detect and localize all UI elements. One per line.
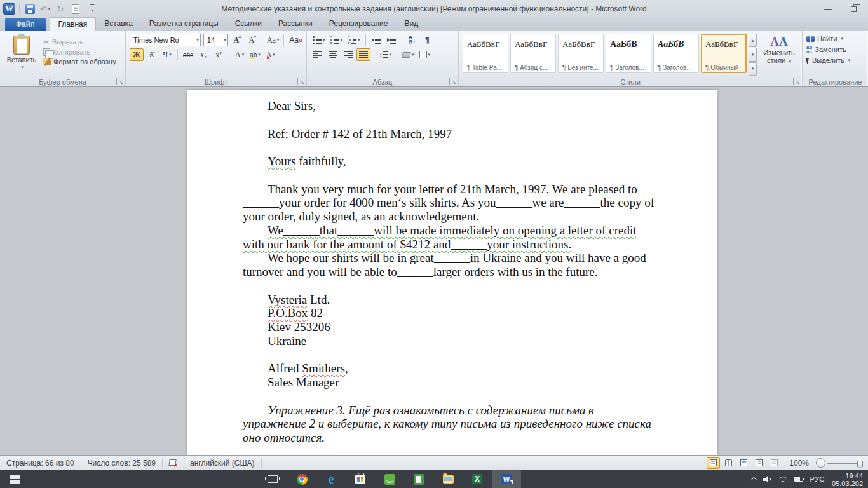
tab-insert[interactable]: Вставка [96, 17, 141, 31]
download-manager-taskbar-button[interactable] [375, 470, 404, 488]
word-taskbar-button[interactable]: W [492, 470, 521, 488]
show-hidden-icons-button[interactable] [750, 477, 757, 484]
tab-mailings[interactable]: Рассылки [270, 17, 321, 31]
store-taskbar-button[interactable] [346, 470, 375, 488]
text-effects-button[interactable]: А▾ [233, 48, 247, 61]
word-logo-icon[interactable]: W [3, 3, 15, 15]
document-page[interactable]: Dear Sirs, Ref: Order # 142 of 21th Marc… [187, 90, 717, 455]
tab-review[interactable]: Рецензирование [321, 17, 397, 31]
clipboard-dialog-launcher[interactable]: ↘ [116, 78, 123, 85]
scroll-up-icon[interactable]: ▲ [749, 34, 757, 47]
show-paragraph-marks-button[interactable]: ¶ [421, 34, 435, 46]
undo-button[interactable]: ↶▾ [39, 3, 51, 15]
align-left-button[interactable] [311, 48, 325, 61]
chrome-taskbar-button[interactable] [287, 470, 316, 488]
draft-view-button[interactable] [768, 458, 781, 469]
customize-qat-button[interactable]: ▔▾ [90, 6, 94, 12]
grow-font-button[interactable]: А▲ [229, 34, 243, 46]
decrease-indent-button[interactable] [369, 34, 383, 46]
change-case-button[interactable]: Аа▾ [266, 34, 281, 46]
font-dialog-launcher[interactable]: ↘ [297, 78, 304, 85]
underline-button[interactable]: Ч▾ [160, 48, 174, 61]
styles-dialog-launcher[interactable]: ↘ [793, 78, 800, 85]
style-item-1[interactable]: АаБбВвГ¶ Абзац с... [510, 34, 556, 73]
file-explorer-taskbar-button[interactable] [433, 470, 463, 488]
restore-button[interactable] [845, 3, 862, 15]
bullets-button[interactable]: ▾ [311, 34, 327, 46]
change-styles-button[interactable]: АА Изменить стили ▾ [759, 34, 799, 76]
print-layout-view-button[interactable] [707, 458, 720, 469]
styles-gallery-scroll[interactable]: ▲ ▼ ▼ [749, 34, 757, 76]
font-color-button[interactable]: А▾ [264, 48, 278, 61]
scroll-down-icon[interactable]: ▼ [749, 48, 757, 61]
numbering-button[interactable]: ▾ [329, 34, 345, 46]
divider [86, 4, 86, 14]
style-item-5[interactable]: АаБбВвГ¶ Обычный [701, 34, 747, 73]
shading-button[interactable]: ▾ [400, 48, 416, 61]
web-layout-view-button[interactable] [737, 458, 750, 469]
replace-button[interactable]: abac Заменить [806, 45, 865, 54]
task-view-button[interactable] [258, 470, 287, 488]
align-center-button[interactable] [326, 48, 340, 61]
paragraph-dialog-launcher[interactable]: ↘ [449, 78, 456, 85]
multilevel-list-button[interactable]: ▾ [346, 34, 362, 46]
find-button[interactable]: Найти▾ [806, 35, 865, 43]
tab-page-layout[interactable]: Разметка страницы [141, 17, 227, 31]
bold-button[interactable]: Ж [130, 48, 144, 61]
clear-formatting-button[interactable]: Aa [287, 34, 304, 46]
superscript-button[interactable]: x² [212, 48, 226, 61]
style-item-4[interactable]: АаБбВ¶ Заголов... [653, 34, 699, 73]
paste-button[interactable]: Вставить ▾ [4, 34, 39, 76]
excel-taskbar-button[interactable]: X [463, 470, 492, 488]
justify-button[interactable] [356, 48, 370, 61]
language-indicator[interactable]: английский (США) [184, 458, 261, 468]
style-item-2[interactable]: АаБбВвГ¶ Без инте... [558, 34, 604, 73]
zoom-slider-thumb[interactable] [857, 459, 863, 468]
spellcheck-status[interactable] [163, 458, 184, 468]
notes-app-taskbar-button[interactable] [404, 470, 433, 488]
font-family-combo[interactable]: Times New Ro▾ [130, 34, 201, 46]
page-indicator[interactable]: Страница: 66 из 80 [0, 458, 81, 468]
wifi-icon[interactable] [779, 476, 787, 482]
sort-button[interactable]: АЯ↓ [405, 34, 419, 46]
style-item-3[interactable]: АаБбВ¶ Заголов... [606, 34, 651, 73]
zoom-out-button[interactable]: − [816, 458, 825, 468]
print-preview-button[interactable] [69, 3, 82, 15]
shrink-font-button[interactable]: А▼ [245, 34, 259, 46]
input-language-indicator[interactable]: РУС [810, 475, 825, 483]
gallery-more-icon[interactable]: ▼ [749, 62, 757, 76]
start-button[interactable] [0, 470, 29, 488]
tab-file[interactable]: Файл [5, 18, 46, 31]
format-painter-button[interactable]: Формат по образцу [43, 58, 116, 65]
select-button[interactable]: Выделить▾ [806, 57, 865, 64]
tab-home[interactable]: Главная [50, 17, 97, 31]
volume-muted-icon[interactable]: ✕ [763, 475, 772, 483]
increase-indent-button[interactable] [384, 34, 398, 46]
italic-button[interactable]: К [145, 48, 159, 61]
subscript-button[interactable]: x₂ [196, 48, 210, 61]
borders-button[interactable]: ▾ [417, 48, 433, 61]
outline-view-button[interactable] [752, 458, 766, 469]
battery-icon[interactable] [794, 477, 803, 482]
font-size-combo[interactable]: 14▾ [203, 34, 228, 46]
copy-button[interactable]: Копировать [43, 48, 116, 56]
strikethrough-button[interactable]: abc [181, 48, 195, 61]
edge-taskbar-button[interactable]: e [316, 470, 346, 488]
word-count[interactable]: Число слов: 25 589 [81, 458, 163, 468]
clock[interactable]: 19:4405.03.202 [832, 470, 863, 488]
cut-button[interactable]: ✂Вырезать [43, 37, 116, 46]
save-button[interactable] [24, 3, 36, 15]
highlight-color-button[interactable]: ab▾ [248, 48, 262, 61]
line-spacing-button[interactable]: ↕▾ [377, 48, 393, 61]
align-right-button[interactable] [341, 48, 355, 61]
fullscreen-reading-view-button[interactable] [722, 458, 735, 469]
zoom-slider-track[interactable] [827, 463, 860, 464]
doc-line [243, 348, 666, 362]
tab-references[interactable]: Ссылки [227, 17, 270, 31]
file-explorer-icon [443, 475, 454, 484]
redo-button[interactable]: ↻ [54, 3, 67, 15]
minimize-button[interactable]: — [820, 3, 836, 15]
style-item-0[interactable]: АаБбВвГ¶ Table Pa... [463, 34, 508, 73]
zoom-level[interactable]: 100% [789, 459, 809, 468]
tab-view[interactable]: Вид [396, 17, 426, 31]
